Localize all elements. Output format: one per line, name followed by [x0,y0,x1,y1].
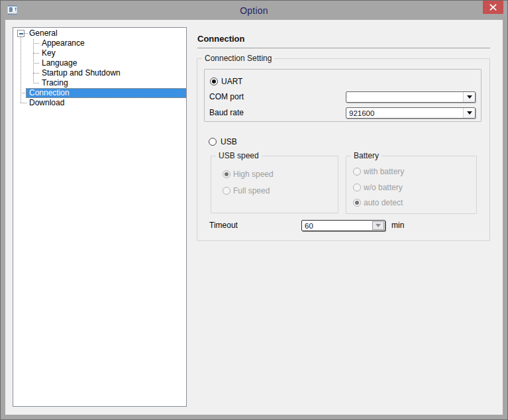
auto-detect-radio-label: auto detect [364,199,403,207]
high-speed-radio[interactable] [223,170,230,178]
usb-radio[interactable] [209,138,217,146]
com-port-value[interactable] [347,93,463,101]
auto-detect-radio[interactable] [353,199,361,207]
timeout-combobox[interactable] [301,220,385,231]
baud-rate-value[interactable] [347,109,463,117]
usb-speed-group-label: USB speed [216,152,262,160]
tree-item-download[interactable]: Download [13,98,186,108]
com-port-combobox[interactable] [346,91,476,103]
tree-item-key[interactable]: Key [13,48,186,58]
option-dialog-window: Option General A [0,0,508,420]
timeout-label: Timeout [209,220,238,231]
com-port-dropdown-button[interactable] [463,92,475,102]
battery-group-label: Battery [351,152,381,160]
com-port-label: COM port [209,91,244,103]
usb-speed-group: USB speed [211,156,338,213]
dialog-client-area: General Appearance Key Language Startup … [5,20,503,415]
timeout-value[interactable] [303,221,373,230]
with-battery-radio-label: with battery [364,168,404,176]
options-tree: General Appearance Key Language Startup … [13,27,187,407]
connection-setting-group-label: Connection Setting [202,54,274,63]
full-speed-radio-label: Full speed [233,187,270,195]
tree-item-general[interactable]: General [13,28,186,38]
timeout-dropdown-button[interactable] [372,221,384,230]
baud-rate-dropdown-button[interactable] [463,108,475,118]
uart-radio[interactable] [210,78,218,85]
page-title: Connection [197,34,245,44]
baud-rate-combobox[interactable] [346,107,476,119]
tree-item-connection[interactable]: Connection [13,88,186,98]
dropdown-arrow-icon [467,111,472,115]
tree-item-language[interactable]: Language [13,58,186,68]
tree-item-appearance[interactable]: Appearance [13,38,186,48]
tree-item-tracing[interactable]: Tracing [13,78,186,88]
wo-battery-radio[interactable] [353,184,361,191]
full-speed-radio[interactable] [223,187,230,195]
window-title: Option [1,5,507,16]
high-speed-radio-label: High speed [233,170,274,179]
title-bar[interactable]: Option [1,1,507,20]
dropdown-arrow-icon [376,224,381,227]
tree-item-startup-and-shutdown[interactable]: Startup and Shutdown [13,68,186,78]
wo-battery-radio-label: w/o battery [364,184,403,192]
close-icon [489,4,497,11]
dropdown-arrow-icon [467,95,472,99]
uart-radio-label: UART [221,76,242,87]
heading-rule [197,48,490,48]
usb-radio-label: USB [221,136,237,148]
baud-rate-label: Baud rate [209,107,244,119]
with-battery-radio[interactable] [353,168,361,176]
close-button[interactable] [483,1,503,14]
timeout-unit-label: min [391,220,404,231]
